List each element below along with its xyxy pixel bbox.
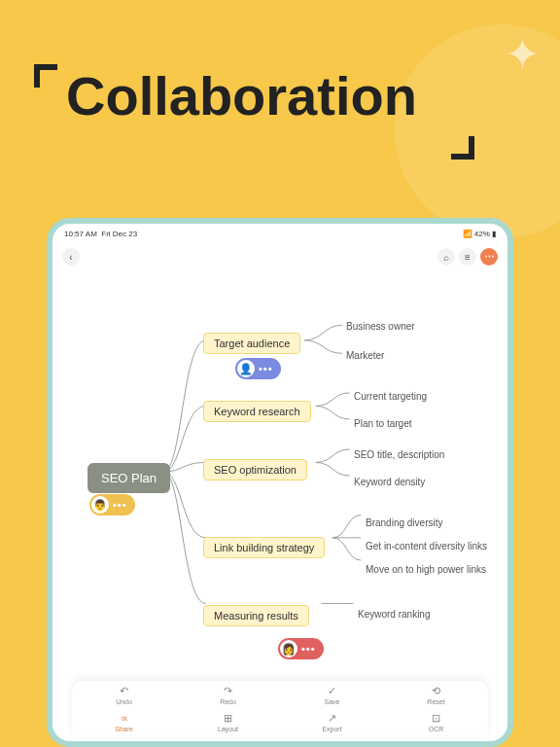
- toolbar-label: Export: [322, 726, 341, 732]
- toolbar-label: Share: [115, 726, 133, 732]
- bottom-toolbar: ↶Undo ↷Redo ✓Save ⟲Reset ∝Share ⊞Layout …: [72, 681, 488, 735]
- redo-icon: ↷: [224, 685, 232, 697]
- collaborator-cursor-blue: 👤 •••: [235, 358, 281, 379]
- mindmap-branch[interactable]: Measuring results: [203, 605, 309, 626]
- layout-button[interactable]: ⊞Layout: [176, 708, 280, 735]
- toolbar-label: OCR: [429, 726, 444, 732]
- status-time: 10:57 AM: [64, 230, 97, 238]
- undo-button[interactable]: ↶Undo: [72, 681, 176, 708]
- screen: 10:57 AM Fri Dec 23 📶 42% ▮ ‹ ⌕ ≡ ⋯: [52, 224, 508, 741]
- toolbar-label: Undo: [116, 698, 132, 705]
- hero-title: Collaboration: [66, 64, 417, 127]
- status-battery: 42%: [474, 230, 490, 238]
- avatar-icon: 👤: [237, 360, 255, 377]
- mindmap-branch[interactable]: Link building strategy: [203, 537, 325, 558]
- avatar-icon: 👨: [91, 496, 109, 514]
- sparkle-icon: ✦: [505, 29, 541, 79]
- undo-icon: ↶: [120, 685, 128, 697]
- more-icon[interactable]: ⋯: [480, 248, 498, 266]
- cursor-dots: •••: [301, 643, 316, 655]
- share-button[interactable]: ∝Share: [72, 708, 176, 735]
- mindmap-leaf[interactable]: Marketer: [346, 350, 384, 361]
- collaborator-cursor-yellow: 👨 •••: [89, 494, 135, 516]
- redo-button[interactable]: ↷Redo: [176, 681, 280, 708]
- mindmap-leaf[interactable]: Keyword ranking: [358, 609, 430, 620]
- toolbar-label: Redo: [220, 698, 236, 705]
- avatar-icon: 👩: [280, 640, 298, 658]
- mindmap-leaf[interactable]: SEO title, description: [354, 449, 444, 460]
- device-frame: 10:57 AM Fri Dec 23 📶 42% ▮ ‹ ⌕ ≡ ⋯: [47, 218, 513, 747]
- statusbar: 10:57 AM Fri Dec 23 📶 42% ▮: [64, 230, 496, 238]
- cursor-dots: •••: [259, 363, 273, 374]
- mindmap-leaf[interactable]: Move on to high power links: [366, 564, 486, 575]
- bracket-top-left: [34, 64, 57, 88]
- mindmap-leaf[interactable]: Keyword density: [354, 477, 425, 487]
- export-icon: ↗: [328, 712, 336, 725]
- mindmap-branch[interactable]: Keyword research: [203, 401, 311, 422]
- toolbar-label: Layout: [218, 726, 238, 732]
- reset-icon: ⟲: [432, 685, 440, 697]
- share-icon: ∝: [121, 712, 128, 725]
- ocr-button[interactable]: ⊡OCR: [384, 708, 488, 735]
- save-button[interactable]: ✓Save: [280, 681, 384, 708]
- list-icon[interactable]: ≡: [459, 248, 476, 266]
- cursor-dots: •••: [113, 499, 127, 511]
- mindmap-canvas[interactable]: SEO Plan Target audience Business owner …: [52, 278, 508, 673]
- reset-button[interactable]: ⟲Reset: [384, 681, 488, 708]
- save-icon: ✓: [328, 685, 336, 697]
- mindmap-leaf[interactable]: Business owner: [346, 321, 415, 332]
- mindmap-leaf[interactable]: Branding diversity: [366, 517, 442, 528]
- ocr-icon: ⊡: [432, 712, 440, 725]
- mindmap-leaf[interactable]: Plan to target: [354, 418, 411, 429]
- layout-icon: ⊞: [224, 712, 232, 725]
- mindmap-branch[interactable]: Target audience: [203, 333, 300, 354]
- search-icon[interactable]: ⌕: [438, 248, 455, 266]
- back-button[interactable]: ‹: [62, 248, 80, 266]
- export-button[interactable]: ↗Export: [280, 708, 384, 735]
- mindmap-leaf[interactable]: Current targeting: [354, 391, 427, 402]
- mindmap-leaf[interactable]: Get in-content diversity links: [366, 541, 487, 551]
- status-date: Fri Dec 23: [101, 230, 137, 238]
- titlebar: ‹ ⌕ ≡ ⋯: [62, 245, 498, 268]
- mindmap-root[interactable]: SEO Plan: [88, 463, 170, 493]
- toolbar-label: Save: [325, 698, 340, 705]
- toolbar-label: Reset: [427, 698, 444, 705]
- bracket-bottom-right: [451, 136, 474, 160]
- collaborator-cursor-red: 👩 •••: [278, 638, 324, 659]
- mindmap-branch[interactable]: SEO optimization: [203, 459, 307, 480]
